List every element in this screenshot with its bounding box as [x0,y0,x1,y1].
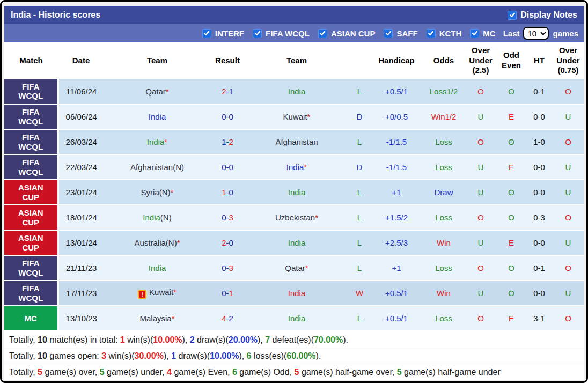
odds-cell: Loss [423,129,465,154]
over-under-25-cell: U [465,180,497,205]
team-suffix: (N) [173,163,184,172]
column-header: Over Under (2.5) [465,42,497,79]
over-under-075-cell: U [553,180,584,205]
filter-checkbox[interactable] [253,29,262,38]
score-home: 4 [222,314,226,323]
score-home: 0 [222,263,226,272]
odds-cell: Win [423,230,465,255]
filter-item: KCTH [427,29,462,38]
display-notes-toggle[interactable]: Display Notes [508,10,577,20]
summary-line: Totally, 10 games open: 3 win(s)(30.00%)… [4,348,584,364]
result-letter: L [357,263,362,272]
display-notes-checkbox[interactable] [508,11,517,20]
competition-word: FIFA [5,284,56,293]
summary-segment: 20.00% [229,335,258,344]
result-letter: D [357,163,363,172]
handicap-cell: +2.5/3 [370,230,423,255]
odds-cell: Loss [423,255,465,281]
odd-even-cell: O [497,281,526,306]
summary-segment: game(s) under, [105,367,167,377]
table-row: FIFAWCQL21/11/23India0-3Qatar*L+1LossOO0… [4,255,584,281]
competition-badge: ASIANCUP [4,180,58,205]
odd-even-cell: O [497,205,526,230]
over-under-25-value: U [478,289,484,298]
summary-segment: defeat(es)( [270,335,314,344]
result-cell: 4-2 [210,306,245,331]
date-cell: 18/01/24 [58,205,104,230]
team-cell-home: Qatar* [104,79,210,104]
over-under-075-cell: O [553,205,584,230]
result-letter-cell: D [349,154,370,180]
result-letter-cell: L [349,180,370,205]
table-row: ASIANCUP13/01/24Australia(N)*2-0IndiaL+2… [4,230,584,255]
handicap-value: +1 [392,188,401,197]
handicap-cell: +0.5/1 [370,281,423,306]
score-away: 2 [229,137,233,146]
team-cell-away: Uzbekistan* [245,205,349,230]
result-letter: L [357,87,362,96]
competition-word: FIFA [5,132,56,142]
odd-even-cell: E [497,104,526,129]
home-star: * [164,137,167,146]
result-cell: 0-0 [210,104,245,129]
page-title: India - Historic scores [11,10,100,20]
summary-segment: ). [316,351,321,360]
table-row: FIFAWCQL26/03/24India*1-2AfghanistanL-1/… [4,129,584,154]
over-under-075-value: O [565,87,571,96]
odd-even-cell: O [497,255,526,281]
competition-word: MC [5,314,56,323]
summary-segment: ), [239,351,246,360]
date-cell: 21/11/23 [58,255,104,281]
odd-even-value: O [508,213,514,222]
summary-segment: 30.00% [135,351,164,360]
table-row: FIFAWCQL17/11/23!Kuwait*0-1IndiaW+0.5/1W… [4,281,584,306]
over-under-075-cell: U [553,281,584,306]
team-cell-home: India(N) [104,205,210,230]
team-name: Kuwait [283,112,307,121]
score-away: 0 [229,163,233,172]
competition-word: ASIAN [5,233,56,242]
summary-segment: 5 [397,367,402,377]
handicap-cell: +1 [370,180,423,205]
home-star: * [173,288,177,297]
games-label: games [553,29,578,38]
team-cell-home: Afghanistan(N) [104,154,210,180]
over-under-25-value: O [477,213,484,222]
team-cell-away: India [245,230,349,255]
filter-checkbox[interactable] [318,29,327,38]
summary-segment: 3 [101,351,106,360]
filter-checkbox[interactable] [427,29,436,38]
ht-cell: 0-1 [526,255,553,281]
odd-even-value: E [509,314,514,323]
over-under-075-value: U [565,163,571,172]
filter-label: MC [483,29,495,38]
filter-item: MC [470,29,495,38]
team-cell-away: Afghanistan [245,129,349,154]
filter-checkbox[interactable] [470,29,479,38]
handicap-value: +0.5/1 [385,289,408,298]
odd-even-cell: O [497,129,526,154]
handicap-value: +1 [392,263,401,272]
team-name: Afghanistan [130,163,173,172]
column-header: Match [4,42,58,79]
competition-word: WCQL [5,91,56,100]
over-under-25-value: O [477,87,484,96]
competition-badge: FIFAWCQL [4,79,58,104]
result-cell: 0-0 [210,154,245,180]
team-name: Kuwait [149,288,173,297]
column-header: Over Under (0.75) [553,42,584,79]
competition-word: FIFA [5,82,56,91]
filter-checkbox[interactable] [202,29,211,38]
column-header: Result [210,42,245,79]
summary-line: Totally, 5 game(s) over, 5 game(s) under… [4,364,584,380]
over-under-075-value: U [565,289,571,298]
team-name: Afghanistan [275,137,318,146]
competition-word: ASIAN [5,183,56,192]
handicap-cell: -1/1.5 [370,129,423,154]
over-under-25-cell: U [465,104,497,129]
last-games-select[interactable]: 10 [523,27,549,40]
filter-checkbox[interactable] [384,29,393,38]
over-under-25-cell: O [465,205,497,230]
summary-segment: Totally, [9,367,38,377]
team-suffix: (N) [159,188,171,197]
